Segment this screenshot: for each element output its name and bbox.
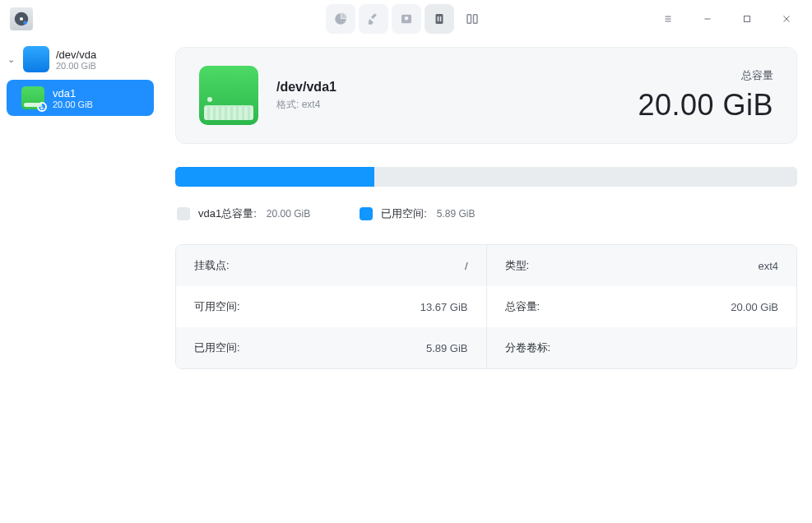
toolbar	[326, 4, 487, 34]
partition-icon: +	[21, 86, 44, 109]
cell-value: /	[465, 260, 468, 272]
cell-key: 分卷卷标:	[505, 340, 551, 355]
summary-card: /dev/vda1 格式: ext4 总容量 20.00 GiB	[175, 47, 797, 144]
partition-size: 20.00 GiB	[53, 100, 93, 109]
cell-value: 13.67 GiB	[420, 301, 468, 313]
pie-icon[interactable]	[326, 4, 355, 34]
disk-action-icon[interactable]	[392, 4, 421, 34]
delete-icon[interactable]	[425, 4, 454, 34]
table-row: 挂载点:/类型:ext4	[176, 245, 796, 286]
table-cell: 可用空间:13.67 GiB	[176, 286, 487, 327]
cell-key: 已用空间:	[194, 340, 240, 355]
total-label: 总容量	[638, 68, 773, 83]
legend-value: 5.89 GiB	[437, 208, 476, 220]
menu-icon[interactable]	[649, 4, 687, 34]
window-controls	[649, 4, 805, 34]
svg-rect-14	[745, 16, 750, 21]
usage-legend: vda1总容量: 20.00 GiB 已用空间: 5.89 GiB	[175, 206, 797, 221]
volume-format: 格式: ext4	[276, 98, 336, 112]
svg-point-1	[20, 16, 23, 20]
table-row: 可用空间:13.67 GiB总容量:20.00 GiB	[176, 286, 796, 327]
total-value: 20.00 GiB	[638, 88, 773, 123]
svg-rect-8	[467, 14, 471, 23]
svg-point-2	[23, 21, 26, 24]
legend-swatch	[360, 207, 373, 220]
table-cell: 类型:ext4	[487, 245, 797, 286]
sidebar: ⌄ /dev/vda 20.00 GiB + vda1 20.00 GiB	[0, 37, 160, 523]
cell-value: ext4	[758, 260, 778, 272]
table-cell: 分卷卷标:	[487, 327, 797, 368]
table-row: 已用空间:5.89 GiB分卷卷标:	[176, 327, 796, 368]
table-cell: 挂载点:/	[176, 245, 487, 286]
content: /dev/vda1 格式: ext4 总容量 20.00 GiB vda1总容量…	[160, 37, 812, 523]
svg-rect-9	[473, 14, 477, 23]
legend-swatch	[177, 207, 190, 220]
volume-title: /dev/vda1	[276, 80, 336, 95]
cell-key: 可用空间:	[194, 299, 240, 314]
disk-size: 20.00 GiB	[56, 61, 96, 71]
app-icon	[10, 7, 33, 30]
table-cell: 总容量:20.00 GiB	[487, 286, 797, 327]
main: ⌄ /dev/vda 20.00 GiB + vda1 20.00 GiB /d…	[0, 37, 812, 523]
maximize-icon[interactable]	[728, 4, 766, 34]
legend-label: vda1总容量:	[198, 206, 257, 221]
legend-value: 20.00 GiB	[267, 208, 310, 220]
table-cell: 已用空间:5.89 GiB	[176, 327, 487, 368]
compare-icon[interactable]	[457, 4, 487, 34]
legend-item: vda1总容量: 20.00 GiB	[177, 206, 310, 221]
usage-section: vda1总容量: 20.00 GiB 已用空间: 5.89 GiB	[175, 167, 797, 221]
volume-icon	[199, 66, 258, 125]
legend-label: 已用空间:	[381, 206, 427, 221]
close-icon[interactable]	[768, 4, 805, 34]
disk-name: /dev/vda	[56, 49, 96, 61]
cell-key: 挂载点:	[194, 258, 230, 273]
svg-point-4	[404, 16, 408, 21]
usage-bar-fill	[175, 167, 374, 187]
details-table: 挂载点:/类型:ext4可用空间:13.67 GiB总容量:20.00 GiB已…	[175, 244, 797, 369]
svg-rect-5	[435, 14, 443, 24]
broom-icon[interactable]	[359, 4, 388, 34]
minimize-icon[interactable]	[689, 4, 726, 34]
partition-name: vda1	[53, 87, 93, 100]
legend-item: 已用空间: 5.89 GiB	[360, 206, 475, 221]
chevron-down-icon[interactable]: ⌄	[5, 54, 16, 65]
cell-value: 20.00 GiB	[731, 301, 778, 313]
disk-icon	[23, 46, 49, 72]
cell-value: 5.89 GiB	[426, 342, 468, 354]
cell-key: 总容量:	[505, 299, 541, 314]
sidebar-disk[interactable]: ⌄ /dev/vda 20.00 GiB	[0, 44, 160, 75]
sidebar-partition[interactable]: + vda1 20.00 GiB	[7, 80, 154, 116]
titlebar	[0, 0, 812, 37]
usage-bar	[175, 167, 797, 187]
cell-key: 类型:	[505, 258, 530, 273]
